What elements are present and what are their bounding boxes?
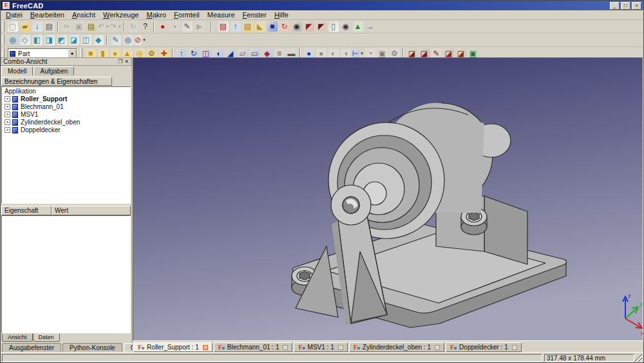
clip-plane-icon[interactable]: ⊘▼	[134, 34, 146, 46]
roller-support-model: z y x	[133, 58, 643, 341]
forward-arrow-icon[interactable]: →	[364, 21, 376, 33]
view-right-icon[interactable]: ◩	[55, 34, 68, 46]
tree-item-roller_support[interactable]: +Roller_Support	[3, 95, 130, 103]
document-tab-label: Roller_Support : 1	[147, 344, 199, 351]
macro-record-icon[interactable]: ●	[156, 21, 169, 33]
close-tab-icon[interactable]	[203, 345, 208, 350]
close-tab-icon[interactable]	[338, 345, 343, 350]
value-column-header[interactable]: Wert	[52, 206, 131, 215]
float-panel-icon[interactable]: ❐	[118, 59, 122, 64]
scene-graph-icon[interactable]: ▲	[352, 21, 364, 33]
document-tab-doppeldecker[interactable]: FoDoppeldecker : 1	[446, 342, 522, 352]
property-column-header[interactable]: Eigenschaft	[1, 206, 52, 215]
zoom-icon[interactable]: ◎	[122, 34, 134, 46]
save-icon[interactable]: ↓	[31, 21, 43, 33]
fit-all-icon[interactable]: ◎	[6, 34, 19, 46]
tab-daten[interactable]: Daten	[33, 333, 60, 342]
close-tab-icon[interactable]	[435, 345, 440, 350]
print-icon[interactable]: ▤	[43, 21, 55, 33]
toolbar-grip[interactable]	[3, 21, 5, 32]
tree-item-zylinderdeckel_oben[interactable]: +Zylinderdeckel_oben	[3, 119, 130, 126]
document-tab-blechmann_01[interactable]: FoBlechmann_01 : 1	[214, 342, 293, 352]
close-tab-icon[interactable]	[283, 345, 288, 350]
close-panel-icon[interactable]: ✕	[124, 59, 129, 64]
app-logo-icon: F	[3, 2, 10, 9]
view-bottom-icon[interactable]: ◫	[80, 34, 92, 46]
document-tab-label: MSV1 : 1	[308, 344, 334, 351]
expand-icon[interactable]: +	[5, 96, 10, 102]
refresh-icon: ↻	[127, 21, 139, 33]
menu-datei[interactable]: Datei	[2, 10, 26, 19]
menu-formteil[interactable]: Formteil	[170, 10, 204, 19]
menu-werkzeuge[interactable]: Werkzeuge	[99, 10, 142, 19]
toolbar-separator	[57, 21, 59, 32]
tree-item-label: Roller_Support	[21, 95, 67, 103]
restore-button[interactable]: □	[621, 2, 630, 10]
model-tree[interactable]: Applikation +Roller_Support+Blechmann_01…	[1, 86, 131, 204]
chevron-down-icon[interactable]: ▼	[118, 25, 122, 28]
navigation-style-icon[interactable]: ◣	[254, 21, 266, 33]
menu-measure[interactable]: Measure	[204, 10, 239, 19]
measure-distance-icon[interactable]: ✎	[109, 34, 122, 46]
chevron-down-icon[interactable]: ▼	[142, 38, 146, 42]
document-tab-label: Zylinderdeckel_oben : 1	[363, 344, 431, 351]
view-top-icon[interactable]: ◨	[43, 34, 55, 46]
sync-view-icon[interactable]: ↻	[278, 21, 290, 33]
paste-icon[interactable]: ▤	[85, 21, 97, 33]
tab-ansicht[interactable]: Ansicht	[2, 333, 33, 342]
dock-tab-ausgabefenster[interactable]: Ausgabefenster	[2, 343, 61, 352]
menu-fenster[interactable]: Fenster	[239, 10, 270, 19]
expand-icon[interactable]: +	[5, 119, 10, 125]
close-tab-icon[interactable]	[512, 345, 517, 350]
dock-tab-python-konsole[interactable]: Python-Konsole	[62, 343, 122, 352]
property-grid-body[interactable]	[1, 215, 131, 333]
tree-item-msv1[interactable]: +MSV1	[3, 111, 130, 118]
workbench-cube-icon	[10, 51, 15, 57]
tree-item-label: Zylinderdeckel_oben	[21, 119, 80, 126]
view-left-icon[interactable]: ◆	[92, 34, 104, 46]
document-tab-msv1[interactable]: FoMSV1 : 1	[294, 342, 347, 352]
camera-orbit-icon[interactable]: ◉	[290, 21, 303, 33]
layers-icon[interactable]: ▤	[242, 21, 254, 33]
expand-icon[interactable]: +	[5, 127, 10, 133]
menu-hilfe[interactable]: Hilfe	[270, 10, 292, 19]
open-folder-icon[interactable]: ▰	[19, 21, 31, 33]
menu-bearbeiten[interactable]: Bearbeiten	[26, 10, 68, 19]
menu-makro[interactable]: Makro	[142, 10, 170, 19]
svg-text:x: x	[641, 330, 643, 337]
document-tab-zylinderdeckel_oben[interactable]: FoZylinderdeckel_oben : 1	[349, 342, 444, 352]
tab-modell[interactable]: Modell	[1, 66, 33, 75]
model-task-tabs: ModellAufgaben	[1, 66, 131, 75]
resize-grip[interactable]	[634, 354, 642, 362]
flag-red-icon[interactable]: ◤	[303, 21, 315, 33]
flag-dark-icon[interactable]: ◤	[315, 21, 327, 33]
freecad-doc-icon: Fo	[218, 344, 225, 351]
tab-aufgaben[interactable]: Aufgaben	[33, 66, 74, 75]
close-button[interactable]: ×	[632, 2, 641, 10]
minimize-button[interactable]: _	[610, 2, 620, 10]
box-element-icon[interactable]: ▯	[327, 21, 339, 33]
3d-viewport[interactable]: z y x	[133, 57, 643, 341]
expand-icon[interactable]: +	[5, 112, 10, 117]
align-view-icon[interactable]: ↑	[229, 21, 242, 33]
expand-icon[interactable]: +	[5, 104, 10, 110]
labels-attributes-header[interactable]: Bezeichnungen & Eigenschaften	[1, 77, 112, 86]
whats-this-icon[interactable]: ?	[139, 21, 151, 33]
tree-item-blechmann_01[interactable]: +Blechmann_01	[3, 103, 130, 110]
view-front-icon[interactable]: ◧	[31, 34, 43, 46]
snapshot-camera-icon[interactable]: ◉	[339, 21, 352, 33]
bounding-box-icon[interactable]: ■	[266, 21, 278, 33]
menu-ansicht[interactable]: Ansicht	[68, 10, 99, 19]
document-tab-roller_support[interactable]: FoRoller_Support : 1	[133, 342, 213, 352]
redo-icon: ↷▼	[109, 21, 122, 33]
new-document-icon[interactable]: ▢	[6, 21, 19, 33]
toolbar-grip[interactable]	[3, 35, 5, 45]
scene-inspector-icon[interactable]: ▤	[217, 21, 229, 33]
document-icon	[12, 127, 18, 133]
tree-root-label[interactable]: Applikation	[3, 88, 130, 95]
view-axonometric-icon[interactable]: ◇	[19, 34, 31, 46]
tree-item-doppeldecker[interactable]: +Doppeldecker	[3, 126, 130, 133]
macro-edit-icon[interactable]: ✎	[181, 21, 193, 33]
view-rear-icon[interactable]: ◪	[68, 34, 80, 46]
toolbar-view: ◎◇◧◨◩◪◫◆✎◎⊘▼	[1, 34, 643, 47]
